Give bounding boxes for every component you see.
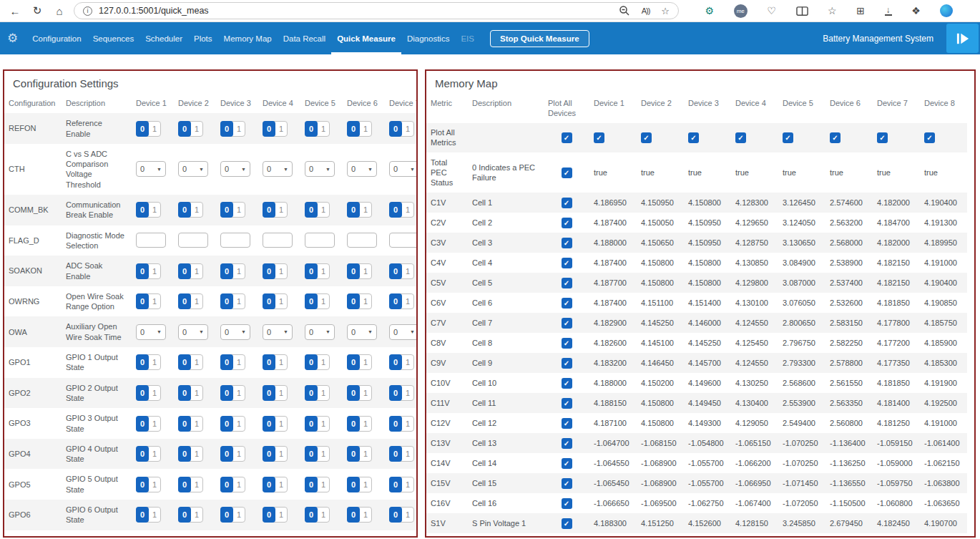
toggle-option-0[interactable]: 0	[136, 202, 149, 218]
toggle-option-0[interactable]: 0	[263, 385, 275, 401]
plot-checkbox-c8v[interactable]: ✓	[562, 338, 572, 349]
toggle-gpo4-device-2[interactable]: 01	[178, 446, 203, 462]
toggle-option-0[interactable]: 0	[263, 477, 275, 492]
nav-item-memory-map[interactable]: Memory Map	[218, 22, 278, 54]
toggle-option-0[interactable]: 0	[389, 121, 402, 137]
toggle-option-0[interactable]: 0	[136, 263, 149, 279]
plot-checkbox-c1v[interactable]: ✓	[562, 198, 572, 208]
toggle-option-1[interactable]: 1	[191, 477, 202, 492]
input-flag-d-device-2[interactable]	[178, 233, 208, 248]
toggle-gpo6-device-7[interactable]: 01	[389, 507, 414, 523]
toggle-gpo3-device-4[interactable]: 01	[263, 416, 288, 432]
toggle-option-1[interactable]: 1	[318, 417, 329, 431]
toggle-option-0[interactable]: 0	[136, 477, 149, 492]
toggle-gpo6-device-4[interactable]: 01	[263, 507, 288, 523]
device-8-plot-all-checkbox[interactable]: ✓	[924, 132, 935, 143]
toggle-option-1[interactable]: 1	[360, 508, 371, 522]
toggle-option-1[interactable]: 1	[149, 477, 160, 492]
toggle-gpo6-device-1[interactable]: 01	[136, 507, 161, 523]
input-flag-d-device-4[interactable]	[263, 233, 293, 248]
nav-item-eis[interactable]: EIS	[455, 22, 480, 54]
device-2-plot-all-checkbox[interactable]: ✓	[641, 132, 652, 143]
toggle-option-0[interactable]: 0	[178, 202, 191, 218]
toggle-owrng-device-4[interactable]: 01	[263, 293, 288, 309]
plot-checkbox-s1v[interactable]: ✓	[562, 518, 572, 529]
toggle-option-0[interactable]: 0	[220, 293, 233, 309]
input-flag-d-device-3[interactable]	[220, 233, 250, 248]
toggle-gpo1-device-2[interactable]: 01	[178, 354, 203, 370]
toggle-option-1[interactable]: 1	[360, 355, 371, 369]
toggle-option-1[interactable]: 1	[149, 264, 160, 278]
toggle-gpo1-device-6[interactable]: 01	[347, 354, 372, 370]
toggle-comm-bk-device-3[interactable]: 01	[220, 202, 245, 218]
toggle-gpo2-device-6[interactable]: 01	[347, 385, 372, 401]
dropdown-owa-device-7[interactable]: 0▼	[389, 324, 418, 340]
dropdown-owa-device-2[interactable]: 0▼	[178, 324, 208, 340]
toggle-gpo2-device-1[interactable]: 01	[136, 385, 161, 401]
toggle-gpo1-device-4[interactable]: 01	[263, 354, 288, 370]
toggle-option-1[interactable]: 1	[191, 264, 202, 278]
toggle-gpo2-device-7[interactable]: 01	[389, 385, 414, 401]
toggle-option-1[interactable]: 1	[275, 355, 287, 369]
toggle-option-1[interactable]: 1	[275, 477, 287, 492]
toggle-option-1[interactable]: 1	[318, 447, 329, 461]
dropdown-owa-device-3[interactable]: 0▼	[220, 324, 250, 340]
toggle-option-1[interactable]: 1	[233, 264, 245, 278]
toggle-option-0[interactable]: 0	[136, 293, 149, 309]
toggle-option-0[interactable]: 0	[178, 354, 191, 370]
toggle-option-1[interactable]: 1	[191, 294, 202, 309]
toggle-option-1[interactable]: 1	[402, 355, 413, 369]
downloads-icon[interactable]: ↓	[885, 6, 892, 16]
toggle-option-1[interactable]: 1	[402, 417, 413, 431]
toggle-option-1[interactable]: 1	[360, 122, 371, 136]
device-6-plot-all-checkbox[interactable]: ✓	[830, 132, 841, 143]
toggle-owrng-device-1[interactable]: 01	[136, 293, 161, 309]
toggle-option-1[interactable]: 1	[360, 417, 371, 431]
toggle-option-1[interactable]: 1	[360, 264, 371, 278]
toggle-comm-bk-device-4[interactable]: 01	[263, 202, 288, 218]
toggle-option-0[interactable]: 0	[136, 507, 149, 523]
nav-item-scheduler[interactable]: Scheduler	[139, 22, 188, 54]
toggle-option-1[interactable]: 1	[402, 203, 413, 217]
toggle-option-0[interactable]: 0	[178, 507, 191, 523]
toggle-soakon-device-3[interactable]: 01	[220, 263, 245, 279]
toggle-gpo5-device-6[interactable]: 01	[347, 477, 372, 492]
favorite-star-icon[interactable]: ☆	[661, 6, 670, 16]
input-flag-d-device-1[interactable]	[136, 233, 166, 248]
toggle-option-1[interactable]: 1	[275, 386, 287, 400]
plot-checkbox-c2v[interactable]: ✓	[562, 218, 572, 228]
nav-item-data-recall[interactable]: Data Recall	[278, 22, 331, 54]
toggle-gpo6-device-3[interactable]: 01	[220, 507, 245, 523]
toggle-gpo3-device-7[interactable]: 01	[389, 416, 414, 432]
toggle-option-1[interactable]: 1	[149, 417, 160, 431]
toggle-gpo5-device-5[interactable]: 01	[305, 477, 330, 492]
plot-checkbox-c10v[interactable]: ✓	[562, 378, 572, 389]
toggle-option-1[interactable]: 1	[402, 447, 413, 461]
toggle-option-1[interactable]: 1	[275, 122, 287, 136]
stop-quick-measure-button[interactable]: Stop Quick Measure	[490, 30, 589, 47]
home-icon[interactable]: ⌂	[52, 5, 67, 17]
toggle-option-1[interactable]: 1	[402, 508, 413, 522]
toggle-option-0[interactable]: 0	[263, 416, 275, 432]
toggle-gpo2-device-2[interactable]: 01	[178, 385, 203, 401]
toggle-option-0[interactable]: 0	[263, 446, 275, 462]
toggle-option-0[interactable]: 0	[178, 446, 191, 462]
toggle-option-1[interactable]: 1	[149, 122, 160, 136]
toggle-option-0[interactable]: 0	[220, 507, 233, 523]
toggle-option-1[interactable]: 1	[318, 294, 329, 309]
toggle-option-0[interactable]: 0	[136, 121, 149, 137]
nav-item-configuration[interactable]: Configuration	[26, 22, 87, 54]
toggle-option-0[interactable]: 0	[263, 202, 275, 218]
toggle-option-1[interactable]: 1	[233, 386, 245, 400]
dropdown-owa-device-1[interactable]: 0▼	[136, 324, 166, 340]
toggle-option-1[interactable]: 1	[402, 122, 413, 136]
toggle-option-1[interactable]: 1	[318, 355, 329, 369]
collections-icon[interactable]: ⊞	[856, 5, 865, 16]
toggle-option-0[interactable]: 0	[220, 263, 233, 279]
device-5-plot-all-checkbox[interactable]: ✓	[783, 132, 793, 143]
toggle-gpo3-device-5[interactable]: 01	[305, 416, 330, 432]
toggle-option-0[interactable]: 0	[347, 354, 360, 370]
toggle-soakon-device-2[interactable]: 01	[178, 263, 203, 279]
toggle-option-0[interactable]: 0	[389, 263, 402, 279]
toggle-option-0[interactable]: 0	[220, 202, 233, 218]
